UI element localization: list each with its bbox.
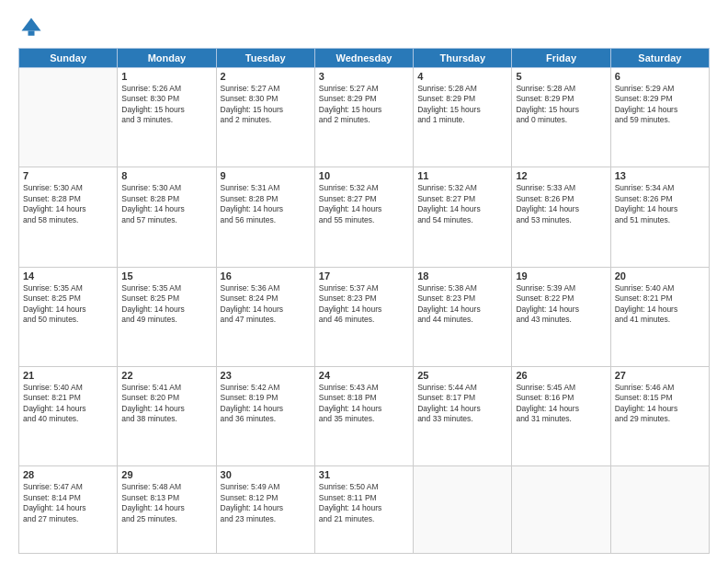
calendar-cell: 23Sunrise: 5:42 AM Sunset: 8:19 PM Dayli… bbox=[216, 366, 314, 465]
day-number: 24 bbox=[319, 370, 409, 381]
calendar-cell: 8Sunrise: 5:30 AM Sunset: 8:28 PM Daylig… bbox=[118, 167, 216, 267]
day-info: Sunrise: 5:29 AM Sunset: 8:29 PM Dayligh… bbox=[615, 84, 705, 126]
calendar-cell: 21Sunrise: 5:40 AM Sunset: 8:21 PM Dayli… bbox=[19, 366, 118, 465]
weekday-header-row: SundayMondayTuesdayWednesdayThursdayFrid… bbox=[19, 49, 710, 68]
calendar-cell: 29Sunrise: 5:48 AM Sunset: 8:13 PM Dayli… bbox=[118, 466, 216, 554]
day-number: 29 bbox=[121, 469, 211, 480]
day-number: 21 bbox=[23, 370, 113, 381]
logo-icon bbox=[18, 15, 44, 40]
calendar-cell: 17Sunrise: 5:37 AM Sunset: 8:23 PM Dayli… bbox=[314, 267, 413, 366]
day-info: Sunrise: 5:49 AM Sunset: 8:12 PM Dayligh… bbox=[221, 482, 311, 524]
calendar-cell: 25Sunrise: 5:44 AM Sunset: 8:17 PM Dayli… bbox=[414, 366, 512, 465]
weekday-header-saturday: Saturday bbox=[610, 49, 709, 68]
calendar-cell: 26Sunrise: 5:45 AM Sunset: 8:16 PM Dayli… bbox=[512, 366, 610, 465]
calendar-cell: 2Sunrise: 5:27 AM Sunset: 8:30 PM Daylig… bbox=[216, 68, 314, 167]
day-number: 12 bbox=[516, 170, 606, 181]
day-number: 26 bbox=[516, 370, 606, 381]
day-number: 1 bbox=[121, 71, 211, 82]
day-number: 30 bbox=[221, 469, 311, 480]
day-info: Sunrise: 5:46 AM Sunset: 8:15 PM Dayligh… bbox=[615, 383, 705, 425]
day-info: Sunrise: 5:31 AM Sunset: 8:28 PM Dayligh… bbox=[221, 183, 311, 225]
day-info: Sunrise: 5:37 AM Sunset: 8:23 PM Dayligh… bbox=[319, 283, 409, 326]
calendar-cell: 12Sunrise: 5:33 AM Sunset: 8:26 PM Dayli… bbox=[512, 167, 610, 267]
day-info: Sunrise: 5:27 AM Sunset: 8:29 PM Dayligh… bbox=[319, 84, 409, 126]
weekday-header-sunday: Sunday bbox=[19, 49, 118, 68]
day-info: Sunrise: 5:42 AM Sunset: 8:19 PM Dayligh… bbox=[221, 383, 311, 425]
day-number: 27 bbox=[615, 370, 705, 381]
calendar-cell: 14Sunrise: 5:35 AM Sunset: 8:25 PM Dayli… bbox=[19, 267, 118, 366]
calendar-cell: 22Sunrise: 5:41 AM Sunset: 8:20 PM Dayli… bbox=[118, 366, 216, 465]
day-number: 5 bbox=[516, 71, 606, 82]
weekday-header-monday: Monday bbox=[118, 49, 216, 68]
day-info: Sunrise: 5:34 AM Sunset: 8:26 PM Dayligh… bbox=[615, 183, 705, 225]
page: SundayMondayTuesdayWednesdayThursdayFrid… bbox=[0, 0, 728, 563]
day-info: Sunrise: 5:32 AM Sunset: 8:27 PM Dayligh… bbox=[417, 183, 507, 225]
day-info: Sunrise: 5:30 AM Sunset: 8:28 PM Dayligh… bbox=[121, 183, 211, 225]
day-info: Sunrise: 5:40 AM Sunset: 8:21 PM Dayligh… bbox=[615, 283, 705, 326]
day-info: Sunrise: 5:26 AM Sunset: 8:30 PM Dayligh… bbox=[121, 84, 211, 126]
day-number: 3 bbox=[319, 71, 409, 82]
day-info: Sunrise: 5:47 AM Sunset: 8:14 PM Dayligh… bbox=[23, 482, 113, 524]
day-info: Sunrise: 5:48 AM Sunset: 8:13 PM Dayligh… bbox=[121, 482, 211, 524]
day-info: Sunrise: 5:43 AM Sunset: 8:18 PM Dayligh… bbox=[319, 383, 409, 425]
day-info: Sunrise: 5:35 AM Sunset: 8:25 PM Dayligh… bbox=[23, 283, 113, 326]
calendar-cell: 1Sunrise: 5:26 AM Sunset: 8:30 PM Daylig… bbox=[118, 68, 216, 167]
day-info: Sunrise: 5:36 AM Sunset: 8:24 PM Dayligh… bbox=[221, 283, 311, 326]
day-number: 28 bbox=[23, 469, 113, 480]
calendar-cell: 15Sunrise: 5:35 AM Sunset: 8:25 PM Dayli… bbox=[118, 267, 216, 366]
day-number: 7 bbox=[23, 170, 113, 181]
calendar-cell: 7Sunrise: 5:30 AM Sunset: 8:28 PM Daylig… bbox=[19, 167, 118, 267]
calendar-week-5: 28Sunrise: 5:47 AM Sunset: 8:14 PM Dayli… bbox=[19, 466, 710, 554]
calendar-cell: 31Sunrise: 5:50 AM Sunset: 8:11 PM Dayli… bbox=[314, 466, 413, 554]
day-number: 18 bbox=[417, 270, 507, 282]
day-info: Sunrise: 5:40 AM Sunset: 8:21 PM Dayligh… bbox=[23, 383, 113, 425]
day-info: Sunrise: 5:39 AM Sunset: 8:22 PM Dayligh… bbox=[516, 283, 606, 326]
calendar-cell: 30Sunrise: 5:49 AM Sunset: 8:12 PM Dayli… bbox=[216, 466, 314, 554]
logo bbox=[18, 15, 48, 40]
svg-marker-0 bbox=[22, 18, 41, 31]
day-number: 14 bbox=[23, 270, 113, 282]
calendar-cell bbox=[610, 466, 709, 554]
calendar-cell: 5Sunrise: 5:28 AM Sunset: 8:29 PM Daylig… bbox=[512, 68, 610, 167]
day-info: Sunrise: 5:32 AM Sunset: 8:27 PM Dayligh… bbox=[319, 183, 409, 225]
day-info: Sunrise: 5:50 AM Sunset: 8:11 PM Dayligh… bbox=[319, 482, 409, 524]
day-number: 20 bbox=[615, 270, 705, 282]
day-info: Sunrise: 5:28 AM Sunset: 8:29 PM Dayligh… bbox=[516, 84, 606, 126]
weekday-header-friday: Friday bbox=[512, 49, 610, 68]
calendar-cell: 28Sunrise: 5:47 AM Sunset: 8:14 PM Dayli… bbox=[19, 466, 118, 554]
weekday-header-wednesday: Wednesday bbox=[314, 49, 413, 68]
day-info: Sunrise: 5:33 AM Sunset: 8:26 PM Dayligh… bbox=[516, 183, 606, 225]
weekday-header-thursday: Thursday bbox=[414, 49, 512, 68]
day-number: 25 bbox=[417, 370, 507, 381]
day-number: 8 bbox=[121, 170, 211, 181]
header bbox=[18, 15, 710, 40]
day-info: Sunrise: 5:27 AM Sunset: 8:30 PM Dayligh… bbox=[221, 84, 311, 126]
calendar-cell bbox=[414, 466, 512, 554]
day-info: Sunrise: 5:41 AM Sunset: 8:20 PM Dayligh… bbox=[121, 383, 211, 425]
calendar-cell bbox=[512, 466, 610, 554]
calendar-cell: 6Sunrise: 5:29 AM Sunset: 8:29 PM Daylig… bbox=[610, 68, 709, 167]
day-number: 19 bbox=[516, 270, 606, 282]
calendar-cell: 27Sunrise: 5:46 AM Sunset: 8:15 PM Dayli… bbox=[610, 366, 709, 465]
day-info: Sunrise: 5:38 AM Sunset: 8:23 PM Dayligh… bbox=[417, 283, 507, 326]
calendar-cell: 18Sunrise: 5:38 AM Sunset: 8:23 PM Dayli… bbox=[414, 267, 512, 366]
day-number: 15 bbox=[121, 270, 211, 282]
day-number: 11 bbox=[417, 170, 507, 181]
calendar-cell: 19Sunrise: 5:39 AM Sunset: 8:22 PM Dayli… bbox=[512, 267, 610, 366]
day-number: 17 bbox=[319, 270, 409, 282]
calendar-cell bbox=[19, 68, 118, 167]
calendar-cell: 9Sunrise: 5:31 AM Sunset: 8:28 PM Daylig… bbox=[216, 167, 314, 267]
day-number: 13 bbox=[615, 170, 705, 181]
svg-rect-1 bbox=[28, 31, 35, 36]
day-info: Sunrise: 5:44 AM Sunset: 8:17 PM Dayligh… bbox=[417, 383, 507, 425]
calendar-week-1: 1Sunrise: 5:26 AM Sunset: 8:30 PM Daylig… bbox=[19, 68, 710, 167]
calendar-cell: 10Sunrise: 5:32 AM Sunset: 8:27 PM Dayli… bbox=[314, 167, 413, 267]
calendar-week-2: 7Sunrise: 5:30 AM Sunset: 8:28 PM Daylig… bbox=[19, 167, 710, 267]
day-number: 10 bbox=[319, 170, 409, 181]
calendar-cell: 4Sunrise: 5:28 AM Sunset: 8:29 PM Daylig… bbox=[414, 68, 512, 167]
calendar-week-4: 21Sunrise: 5:40 AM Sunset: 8:21 PM Dayli… bbox=[19, 366, 710, 465]
day-info: Sunrise: 5:35 AM Sunset: 8:25 PM Dayligh… bbox=[121, 283, 211, 326]
calendar-cell: 20Sunrise: 5:40 AM Sunset: 8:21 PM Dayli… bbox=[610, 267, 709, 366]
day-info: Sunrise: 5:30 AM Sunset: 8:28 PM Dayligh… bbox=[23, 183, 113, 225]
day-info: Sunrise: 5:28 AM Sunset: 8:29 PM Dayligh… bbox=[417, 84, 507, 126]
